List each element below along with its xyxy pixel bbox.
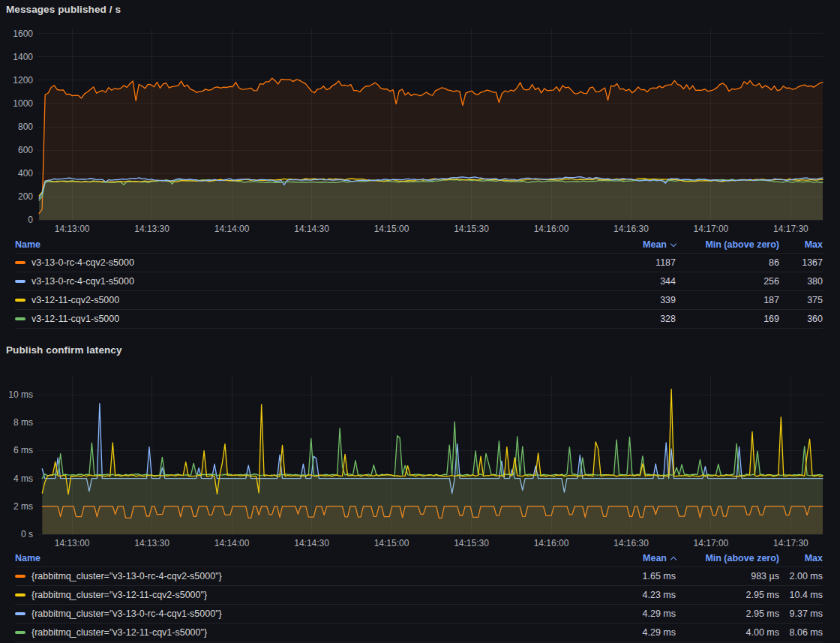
- panel-messages-published-per-s: Messages published / s 14:13:0014:13:301…: [0, 0, 840, 332]
- y-tick-label: 1200: [2, 74, 33, 86]
- y-tick-label: 1400: [2, 51, 33, 63]
- legend-series-name: v3-12-11-cqv2-s5000: [32, 295, 119, 305]
- legend-value-max: 1367: [779, 257, 823, 268]
- legend-column-header-name[interactable]: Name: [15, 239, 586, 250]
- x-tick-label: 14:16:00: [524, 537, 578, 549]
- legend-value-mean: 328: [586, 314, 676, 324]
- x-tick-label: 14:13:00: [45, 223, 99, 235]
- x-tick-label: 14:16:30: [604, 537, 658, 549]
- legend-series-name: {rabbitmq_cluster="v3-12-11-cqv2-s5000"}: [32, 590, 207, 600]
- series-color-swatch[interactable]: [15, 317, 26, 320]
- legend-column-header-max[interactable]: Max: [779, 239, 823, 250]
- panel-title[interactable]: Publish confirm latency: [6, 344, 122, 356]
- x-tick-label: 14:14:30: [285, 223, 339, 235]
- legend-value-mean: 4.23 ms: [586, 590, 676, 600]
- legend-value-min: 983 µs: [676, 571, 779, 581]
- x-tick-label: 14:16:00: [524, 223, 578, 235]
- legend-series-name-cell[interactable]: {rabbitmq_cluster="v3-13-0-rc-4-cqv1-s50…: [15, 608, 586, 619]
- y-tick-label: 600: [2, 144, 33, 156]
- legend-value-max: 8.06 ms: [779, 627, 823, 638]
- legend-value-min: 187: [676, 295, 779, 305]
- legend-column-header-name[interactable]: Name: [15, 553, 586, 563]
- legend-value-min: 169: [676, 314, 779, 324]
- y-tick-label: 6 ms: [2, 444, 33, 456]
- legend-column-label: Max: [805, 553, 823, 563]
- x-tick-label: 14:14:00: [205, 223, 259, 235]
- legend-value-max: 380: [779, 276, 823, 287]
- legend-value-mean: 4.29 ms: [586, 627, 676, 638]
- panel-title[interactable]: Messages published / s: [6, 4, 121, 15]
- legend-row[interactable]: v3-12-11-cqv1-s5000328169360: [15, 310, 823, 329]
- series-color-swatch[interactable]: [15, 575, 26, 578]
- legend-column-label: Name: [15, 239, 40, 250]
- series-color-swatch[interactable]: [15, 280, 26, 283]
- legend-value-min: 2.95 ms: [676, 590, 779, 600]
- legend-column-label: Min (above zero): [705, 553, 779, 563]
- y-tick-label: 0 s: [2, 528, 33, 540]
- y-tick-label: 8 ms: [2, 416, 33, 428]
- legend-column-header-max[interactable]: Max: [779, 553, 823, 563]
- legend-series-name: {rabbitmq_cluster="v3-12-11-cqv1-s5000"}: [32, 627, 207, 638]
- legend-column-header-mean[interactable]: Mean: [586, 553, 676, 563]
- x-tick-label: 14:15:00: [364, 537, 418, 549]
- legend-value-mean: 344: [586, 276, 676, 287]
- series-color-swatch[interactable]: [15, 612, 26, 615]
- legend-row[interactable]: {rabbitmq_cluster="v3-13-0-rc-4-cqv1-s50…: [15, 605, 823, 623]
- x-tick-label: 14:13:30: [125, 223, 179, 235]
- x-tick-label: 14:15:30: [445, 223, 499, 235]
- legend-series-name: v3-13-0-rc-4-cqv1-s5000: [32, 276, 134, 287]
- legend-column-header-min[interactable]: Min (above zero): [676, 553, 779, 563]
- legend-series-name-cell[interactable]: v3-13-0-rc-4-cqv1-s5000: [15, 276, 586, 287]
- legend-table-messages: NameMeanMin (above zero)Maxv3-13-0-rc-4-…: [15, 236, 840, 329]
- legend-row[interactable]: {rabbitmq_cluster="v3-13-0-rc-4-cqv2-s50…: [15, 567, 823, 586]
- x-tick-label: 14:17:30: [764, 223, 818, 235]
- legend-series-name-cell[interactable]: v3-12-11-cqv2-s5000: [15, 295, 586, 305]
- series-color-swatch[interactable]: [15, 593, 26, 596]
- y-tick-label: 200: [2, 191, 33, 203]
- series-color-swatch[interactable]: [15, 631, 26, 634]
- legend-column-header-mean[interactable]: Mean: [586, 239, 676, 250]
- y-tick-label: 1600: [2, 28, 33, 40]
- legend-series-name: v3-12-11-cqv1-s5000: [32, 314, 119, 324]
- y-tick-label: 2 ms: [2, 500, 33, 512]
- y-tick-label: 10 ms: [2, 389, 33, 401]
- legend-row[interactable]: v3-13-0-rc-4-cqv1-s5000344256380: [15, 272, 823, 291]
- y-tick-label: 4 ms: [2, 473, 33, 485]
- legend-value-mean: 1187: [586, 257, 676, 268]
- legend-series-name-cell[interactable]: {rabbitmq_cluster="v3-13-0-rc-4-cqv2-s50…: [15, 571, 586, 581]
- grafana-dashboard: Messages published / s 14:13:0014:13:301…: [0, 0, 840, 643]
- legend-column-header-min[interactable]: Min (above zero): [676, 239, 779, 250]
- x-tick-label: 14:13:00: [45, 537, 99, 549]
- y-tick-label: 0: [2, 214, 33, 226]
- legend-series-name-cell[interactable]: v3-13-0-rc-4-cqv2-s5000: [15, 257, 586, 268]
- legend-row[interactable]: {rabbitmq_cluster="v3-12-11-cqv2-s5000"}…: [15, 586, 823, 605]
- legend-series-name: {rabbitmq_cluster="v3-13-0-rc-4-cqv1-s50…: [32, 608, 222, 619]
- series-color-swatch[interactable]: [15, 261, 26, 264]
- x-tick-label: 14:17:00: [684, 223, 738, 235]
- x-tick-label: 14:14:00: [205, 537, 259, 549]
- legend-series-name-cell[interactable]: v3-12-11-cqv1-s5000: [15, 314, 586, 324]
- legend-header-row: NameMeanMin (above zero)Max: [15, 236, 823, 254]
- x-tick-label: 14:13:30: [125, 537, 179, 549]
- legend-row[interactable]: v3-13-0-rc-4-cqv2-s50001187861367: [15, 254, 823, 272]
- legend-series-name-cell[interactable]: {rabbitmq_cluster="v3-12-11-cqv2-s5000"}: [15, 590, 586, 600]
- legend-column-label: Name: [15, 553, 40, 563]
- legend-series-name: v3-13-0-rc-4-cqv2-s5000: [32, 257, 134, 268]
- legend-column-label: Max: [805, 239, 823, 250]
- legend-value-max: 9.37 ms: [779, 608, 823, 619]
- legend-value-min: 4.00 ms: [676, 627, 779, 638]
- legend-value-mean: 1.65 ms: [586, 571, 676, 581]
- x-tick-label: 14:15:00: [364, 223, 418, 235]
- x-tick-label: 14:14:30: [285, 537, 339, 549]
- legend-value-max: 10.4 ms: [779, 590, 823, 600]
- x-tick-label: 14:15:30: [445, 537, 499, 549]
- legend-row[interactable]: {rabbitmq_cluster="v3-12-11-cqv1-s5000"}…: [15, 623, 823, 642]
- legend-series-name-cell[interactable]: {rabbitmq_cluster="v3-12-11-cqv1-s5000"}: [15, 627, 586, 638]
- x-tick-label: 14:17:30: [764, 537, 818, 549]
- series-color-swatch[interactable]: [15, 299, 26, 302]
- legend-header-row: NameMeanMin (above zero)Max: [15, 550, 823, 567]
- legend-series-name: {rabbitmq_cluster="v3-13-0-rc-4-cqv2-s50…: [32, 571, 222, 581]
- x-tick-label: 14:16:30: [604, 223, 658, 235]
- legend-value-max: 360: [779, 314, 823, 324]
- legend-row[interactable]: v3-12-11-cqv2-s5000339187375: [15, 291, 823, 310]
